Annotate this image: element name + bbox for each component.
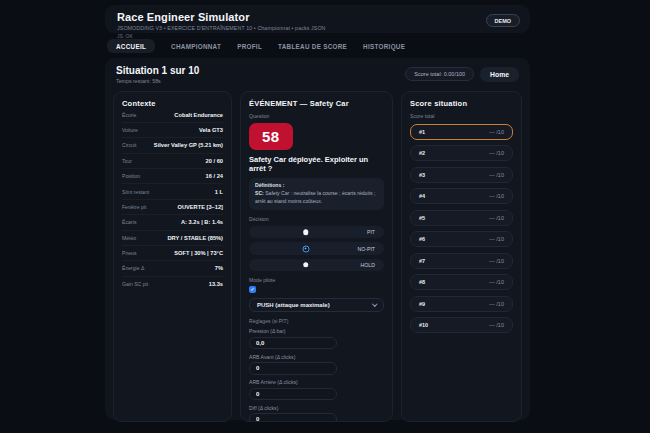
context-row: Tour 20 / 60 (122, 154, 223, 169)
score-item-label: #3 (419, 172, 425, 178)
situation-header-right: Score total: 0.00/100 Home (405, 67, 519, 82)
decision-option-no-pit[interactable]: NO-PIT (249, 242, 384, 255)
context-value: 7% (215, 265, 223, 271)
decision-label: Décision (249, 216, 384, 222)
score-item-value: — /10 (489, 215, 504, 221)
radio-icon-selected (302, 245, 309, 252)
context-value: Vela GT3 (199, 127, 223, 133)
tab-accueil[interactable]: ACCUEIL (107, 39, 155, 53)
definitions-title: Définitions : (255, 182, 284, 188)
demo-badge: DEMO (486, 14, 521, 27)
context-row: Écurie Cobalt Endurance (122, 108, 223, 123)
score-item-1: #1 — /10 (410, 124, 513, 140)
pilot-mode-select[interactable]: PUSH (attaque maximale) (249, 298, 384, 312)
context-value: Cobalt Endurance (174, 112, 223, 118)
situation-header: Situation 1 sur 10 Temps restant: 58s Sc… (113, 65, 522, 84)
decision-option-label: NO-PIT (357, 246, 375, 252)
diff-field-label: Diff (Δ clicks) (249, 405, 384, 411)
score-panel: Score situation Score total #1 — /10 #2 … (401, 91, 522, 422)
context-label: Gain SC pit (122, 281, 148, 287)
radio-icon (303, 229, 309, 235)
app-root: Race Engineer Simulator JSOMODDING V3 • … (105, 5, 530, 420)
score-item-2: #2 — /10 (410, 145, 513, 161)
home-button[interactable]: Home (480, 67, 519, 82)
definitions-text: Safety Car : neutralise la course ; écar… (255, 190, 375, 204)
pressure-input[interactable] (249, 337, 337, 350)
context-value: 1 L (215, 189, 223, 195)
context-label: Tour (122, 158, 132, 164)
pilot-mode-checkbox[interactable] (249, 286, 256, 293)
tab-bar: ACCUEIL CHAMPIONNAT PROFIL TABLEAU DE SC… (107, 40, 528, 52)
context-value: 20 / 60 (206, 158, 223, 164)
definitions-box: Définitions : SC: Safety Car : neutralis… (249, 178, 384, 211)
time-remaining: Temps restant: 58s (116, 78, 199, 84)
score-item-9: #9 — /10 (410, 296, 513, 312)
context-title: Contexte (122, 99, 223, 108)
score-item-10: #10 — /10 (410, 317, 513, 333)
score-item-7: #7 — /10 (410, 253, 513, 269)
context-row: Écarts A: 3.2s | B: 1.4s (122, 215, 223, 230)
decision-option-pit[interactable]: PIT (249, 226, 384, 239)
countdown-timer: 58 (249, 123, 293, 150)
tab-historique[interactable]: HISTORIQUE (363, 43, 405, 50)
app-header: Race Engineer Simulator JSOMODDING V3 • … (105, 5, 530, 33)
arb-rear-field-label: ARB Arrière (Δ clicks) (249, 379, 384, 385)
app-subtitle: JSOMODDING V3 • EXERCICE D'ENTRAÎNEMENT … (117, 25, 518, 31)
score-item-4: #4 — /10 (410, 188, 513, 204)
context-label: Pneus (122, 250, 136, 256)
context-row: Circuit Silver Valley GP (5.21 km) (122, 138, 223, 153)
decision-option-hold[interactable]: HOLD (249, 259, 384, 272)
context-value: A: 3.2s | B: 1.4s (181, 219, 223, 225)
score-total-pill: Score total: 0.00/100 (405, 67, 474, 81)
score-item-value: — /10 (489, 172, 504, 178)
decision-option-label: PIT (367, 229, 375, 235)
pilot-mode-selected-value: PUSH (attaque maximale) (257, 302, 330, 308)
score-item-value: — /10 (489, 236, 504, 242)
score-item-value: — /10 (489, 129, 504, 135)
context-label: Écarts (122, 219, 136, 225)
score-total-label: Score total (410, 113, 513, 119)
context-label: Voiture (122, 127, 138, 133)
context-label: Énergie Δ (122, 265, 144, 271)
context-row: Gain SC pit 13.3s (122, 277, 223, 291)
header-text-block: Race Engineer Simulator JSOMODDING V3 • … (117, 11, 518, 39)
context-value: 13.3s (209, 281, 223, 287)
tab-tableau-de-score[interactable]: TABLEAU DE SCORE (278, 43, 347, 50)
definitions-term: SC: (255, 190, 264, 196)
arb-front-input[interactable] (249, 362, 337, 375)
score-item-value: — /10 (489, 193, 504, 199)
context-value: Silver Valley GP (5.21 km) (154, 142, 223, 148)
chevron-down-icon (372, 301, 377, 306)
event-panel: ÉVÉNEMENT — Safety Car Question 58 Safet… (240, 91, 393, 422)
tab-profil[interactable]: PROFIL (237, 43, 262, 50)
context-label: Écurie (122, 112, 136, 118)
context-panel: Contexte Écurie Cobalt Endurance Voiture… (113, 91, 232, 422)
score-item-label: #9 (419, 301, 425, 307)
arb-rear-input[interactable] (249, 388, 337, 401)
situation-title: Situation 1 sur 10 (116, 65, 199, 76)
score-item-label: #4 (419, 193, 425, 199)
context-label: Fenêtre pit (122, 204, 146, 210)
score-item-value: — /10 (489, 279, 504, 285)
pressure-field-label: Pression (Δ bar) (249, 328, 384, 334)
radio-icon (303, 262, 309, 268)
question-label: Question (249, 113, 384, 119)
score-item-label: #7 (419, 258, 425, 264)
context-value: DRY / STABLE (85%) (167, 235, 223, 241)
context-label: Stint restant (122, 189, 149, 195)
score-item-8: #8 — /10 (410, 274, 513, 290)
context-row: Pneus SOFT | 30% | 73°C (122, 246, 223, 261)
js-status-text: JS: OK (117, 33, 518, 39)
context-row: Fenêtre pit OUVERTE [3–12] (122, 200, 223, 215)
event-title: ÉVÉNEMENT — Safety Car (249, 99, 384, 108)
app-title: Race Engineer Simulator (117, 11, 518, 23)
tab-championnat[interactable]: CHAMPIONNAT (171, 43, 221, 50)
score-item-label: #6 (419, 236, 425, 242)
diff-input[interactable] (249, 413, 337, 421)
context-row: Météo DRY / STABLE (85%) (122, 231, 223, 246)
pilot-mode-label: Mode pilote (249, 277, 384, 283)
score-item-value: — /10 (489, 150, 504, 156)
score-item-value: — /10 (489, 322, 504, 328)
decision-option-label: HOLD (361, 262, 375, 268)
columns: Contexte Écurie Cobalt Endurance Voiture… (113, 91, 522, 422)
